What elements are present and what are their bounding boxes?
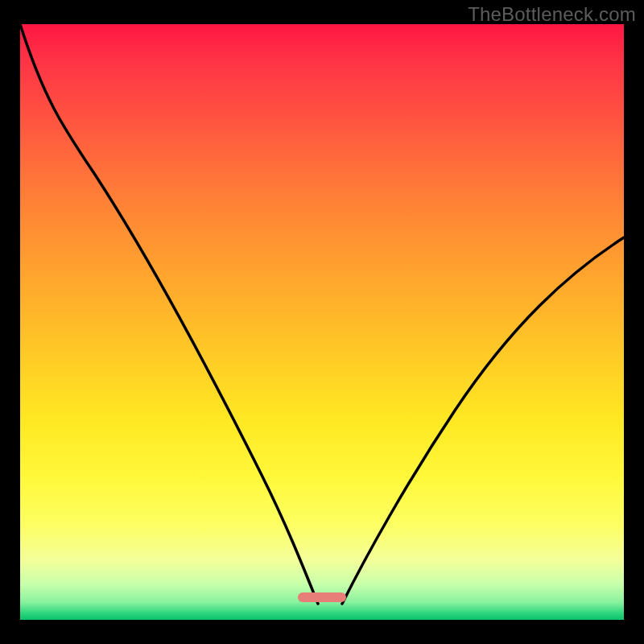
watermark-text: TheBottleneck.com <box>468 3 636 26</box>
curve-right-branch <box>342 237 624 604</box>
chart-frame: TheBottleneck.com <box>0 0 644 644</box>
plot-area <box>20 24 624 620</box>
optimal-range-marker <box>298 592 346 602</box>
bottleneck-curve <box>20 24 624 620</box>
curve-left-branch <box>20 24 318 604</box>
